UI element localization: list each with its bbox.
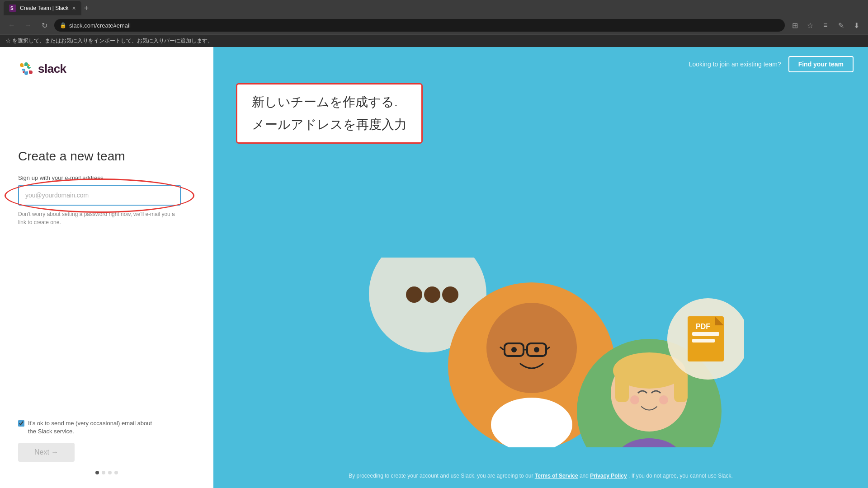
- svg-point-4: [406, 286, 422, 303]
- email-input-wrapper: [18, 185, 195, 206]
- right-header: Looking to join an existing team? Find y…: [213, 47, 868, 81]
- svg-text:PDF: PDF: [696, 323, 710, 330]
- extensions-icon[interactable]: ⊞: [788, 19, 801, 32]
- footer-and: and: [580, 473, 590, 479]
- annotation-line2: メールアドレスを再度入力: [252, 116, 407, 133]
- toolbar-right: ⊞ ☆ ≡ ✎ ⬇: [788, 19, 863, 32]
- browser-chrome: S Create Team | Slack × + ← → ↻ 🔒 slack.…: [0, 0, 868, 47]
- next-button-area: Next →: [18, 443, 195, 462]
- page-container: slack Create a new team Sign up with you…: [0, 47, 868, 488]
- download-icon[interactable]: ⬇: [850, 19, 863, 32]
- bookmark-hint: ☆ を選択して、またはお気に入りをインポートして、お気に入りバーに追加します。: [5, 37, 213, 45]
- new-tab-button[interactable]: +: [84, 4, 89, 13]
- footer-suffix: . If you do not agree, you cannot use Sl…: [628, 473, 733, 479]
- svg-point-15: [534, 347, 539, 352]
- existing-team-text: Looking to join an existing team?: [689, 61, 781, 68]
- form-title: Create a new team: [18, 149, 195, 164]
- tab-title: Create Team | Slack: [20, 5, 69, 11]
- dot-3: [108, 471, 112, 474]
- email-input[interactable]: [18, 185, 181, 206]
- slack-logo: slack: [18, 61, 195, 77]
- dot-2: [102, 471, 105, 474]
- next-button[interactable]: Next →: [18, 443, 75, 462]
- privacy-link[interactable]: Privacy Policy: [590, 473, 627, 479]
- find-team-button[interactable]: Find your team: [788, 56, 854, 72]
- address-bar[interactable]: 🔒 slack.com/create#email: [54, 19, 785, 32]
- svg-point-6: [442, 286, 458, 303]
- dot-4: [114, 471, 118, 474]
- svg-rect-29: [692, 339, 715, 343]
- left-panel: slack Create a new team Sign up with you…: [0, 47, 213, 488]
- svg-rect-28: [692, 332, 719, 336]
- slack-logo-text: slack: [38, 62, 66, 76]
- svg-point-23: [659, 395, 668, 404]
- right-footer: By proceeding to create your account and…: [349, 473, 733, 479]
- tab-favicon: S: [9, 5, 16, 12]
- edit-icon[interactable]: ✎: [835, 19, 847, 32]
- tab-close-icon[interactable]: ×: [72, 5, 76, 12]
- svg-rect-20: [615, 371, 629, 402]
- refresh-button[interactable]: ↻: [38, 19, 51, 32]
- illustration-area: PDF: [337, 258, 744, 461]
- back-button[interactable]: ←: [5, 19, 18, 32]
- svg-rect-21: [674, 371, 688, 402]
- email-label: Sign up with your e-mail address: [18, 174, 195, 181]
- progress-dots: [18, 471, 195, 474]
- form-helper-text: Don't worry about setting a password rig…: [18, 210, 181, 226]
- active-tab[interactable]: S Create Team | Slack ×: [4, 1, 81, 15]
- address-text: slack.com/create#email: [69, 22, 131, 29]
- favorites-icon[interactable]: ☆: [804, 19, 816, 32]
- annotation-box: 新しいチームを作成する. メールアドレスを再度入力: [236, 83, 423, 144]
- email-ok-checkbox[interactable]: [18, 420, 24, 427]
- form-area: Create a new team Sign up with your e-ma…: [18, 149, 195, 226]
- svg-point-22: [630, 395, 639, 404]
- forward-button[interactable]: →: [22, 19, 34, 32]
- checkbox-area: It's ok to send me (very occasional) ema…: [18, 419, 195, 436]
- hero-illustration: PDF: [337, 258, 744, 447]
- footer-text: By proceeding to create your account and…: [349, 473, 535, 479]
- settings-icon[interactable]: ≡: [819, 19, 832, 32]
- svg-text:S: S: [10, 6, 14, 11]
- svg-point-8: [486, 303, 577, 393]
- checkbox-label: It's ok to send me (very occasional) ema…: [28, 419, 155, 436]
- tab-bar: S Create Team | Slack × +: [0, 0, 868, 16]
- annotation-line1: 新しいチームを作成する.: [252, 94, 407, 111]
- bookmark-bar: ☆ を選択して、またはお気に入りをインポートして、お気に入りバーに追加します。: [0, 34, 868, 47]
- dot-1: [95, 471, 99, 474]
- svg-point-14: [511, 347, 517, 352]
- slack-logo-icon: [18, 61, 34, 77]
- right-panel: Looking to join an existing team? Find y…: [213, 47, 868, 488]
- nav-bar: ← → ↻ 🔒 slack.com/create#email ⊞ ☆ ≡ ✎ ⬇: [0, 16, 868, 34]
- terms-link[interactable]: Terms of Service: [535, 473, 578, 479]
- lock-icon: 🔒: [60, 22, 66, 28]
- svg-point-5: [424, 286, 440, 303]
